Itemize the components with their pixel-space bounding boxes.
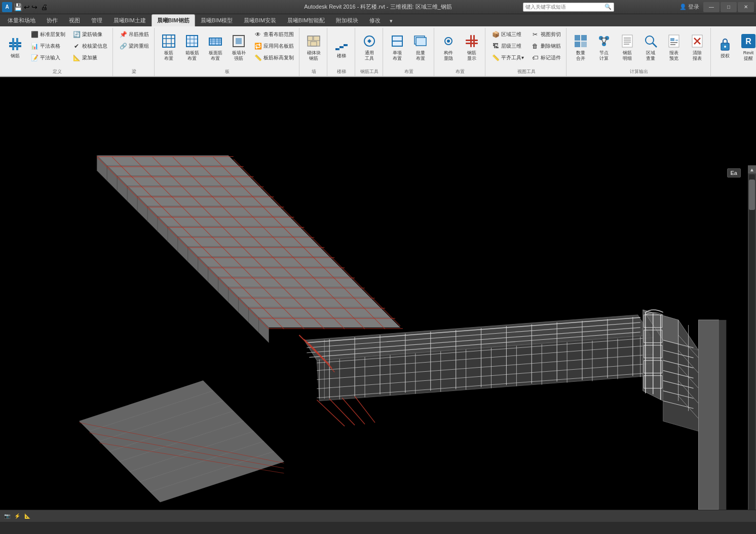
btn-jiedian[interactable]: 节点计算 [593, 29, 615, 65]
btn-quyuchaxun[interactable]: 区域查量 [639, 29, 662, 65]
svg-text:R: R [745, 37, 751, 46]
liangzhong-label: 梁跨重组 [129, 43, 149, 50]
ribbon-group-ban: 板筋布置 箱板筋布置 板面筋布置 板墙补强筋 [156, 28, 299, 76]
tab-bim-anzhuang[interactable]: 晨曦BIM安装 [238, 14, 282, 26]
quick-print[interactable]: 🖨 [41, 3, 48, 11]
btn-banjingao[interactable]: 📏 板筋标高复制 [251, 52, 297, 63]
btn-kuban[interactable]: 箱板筋布置 [181, 29, 203, 65]
btn-chakan[interactable]: 👁 查看布筋范围 [251, 29, 297, 40]
btn-pingfa2[interactable]: 📝 平法输入 [27, 52, 68, 63]
svg-marker-91 [188, 246, 329, 257]
btn-shanchugangjin[interactable]: 🗑 删除钢筋 [528, 41, 564, 52]
btn-shouquan[interactable]: 授权 [714, 29, 736, 65]
btn-yingyong[interactable]: 🔁 应用同名板筋 [251, 41, 297, 52]
btn-tongyong[interactable]: 通用工具 [358, 29, 381, 65]
btn-liangfujing[interactable]: 🔄 梁筋镜像 [69, 29, 110, 40]
maximize-button[interactable]: □ [721, 2, 737, 12]
title-bar: A 💾 ↩ ↪ 🖨 Autodesk Revit 2016 - 科艺楼.rvt … [0, 0, 756, 14]
svg-point-58 [646, 36, 654, 44]
svg-marker-99 [229, 287, 370, 297]
ribbon-group-revit: 授权 R Revit提醒 📄 PDF帮助 ℹ 版本查询 ▶ [712, 28, 756, 76]
btn-pingji[interactable]: 📏 平齐工具▾ [488, 52, 527, 63]
btn-qingchu[interactable]: 清除报表 [686, 29, 708, 65]
btn-goujian[interactable]: 构件显隐 [437, 29, 460, 65]
btn-gangjianzhi[interactable]: 钢筋显示 [461, 29, 483, 65]
viewport[interactable]: Ea ▲ ▼ [0, 77, 756, 510]
status-ruler-icon[interactable]: 📐 [24, 513, 30, 519]
gangjianzhi-label: 钢筋显示 [467, 50, 476, 61]
btn-gangfinming[interactable]: 钢筋明细 [616, 29, 638, 65]
svg-marker-73 [97, 156, 238, 166]
tab-shitu[interactable]: 视图 [63, 14, 86, 26]
liangfujing-icon: 🔄 [72, 30, 81, 39]
svg-rect-43 [575, 35, 580, 41]
btn-danjin[interactable]: 单项布置 [386, 29, 408, 65]
btn-banqiang[interactable]: 板墙补强筋 [228, 29, 250, 65]
btn-qiangjin[interactable]: 砌体块钢筋 [303, 29, 325, 65]
btn-banmianjin[interactable]: 板面筋布置 [204, 29, 226, 65]
btn-cengsan[interactable]: 🏗 层级三维 [488, 41, 527, 52]
louti-label: 楼梯 [337, 53, 346, 59]
status-camera-icon[interactable]: 📷 [4, 513, 10, 519]
svg-marker-77 [117, 176, 258, 186]
gangjin-label: 钢筋 [11, 53, 20, 59]
tab-guanli[interactable]: 管理 [86, 14, 108, 26]
btn-louti[interactable]: 楼梯 [330, 29, 353, 65]
svg-rect-199 [699, 320, 719, 510]
search-box[interactable]: 🔍 [523, 3, 614, 12]
btn-shitujian[interactable]: ✂ 视图剪切 [528, 29, 564, 40]
biaoji-icon: 🏷 [531, 54, 539, 62]
tab-bim-tujian[interactable]: 晨曦BIM土建 [108, 14, 152, 26]
svg-rect-9 [186, 35, 198, 47]
tab-bim-zhihui[interactable]: 晨曦BIM智能配 [282, 14, 331, 26]
banjin-label: 板筋布置 [164, 50, 173, 61]
liangjiayi-icon: 📐 [72, 54, 81, 62]
btn-baobiao[interactable]: 报表预览 [663, 29, 685, 65]
scroll-up-arrow[interactable]: ▲ [748, 165, 756, 173]
shuliang-label: 数量合并 [576, 50, 585, 61]
status-bolt-icon[interactable]: ⚡ [14, 513, 20, 519]
pijin-icon [412, 33, 429, 49]
pingfa-icon: 📊 [30, 42, 39, 50]
svg-rect-62 [675, 40, 678, 41]
scroll-track[interactable] [749, 174, 755, 510]
quyusan-icon: 📦 [492, 30, 500, 39]
scroll-thumb[interactable] [749, 180, 755, 210]
search-icon[interactable]: 🔍 [604, 4, 612, 10]
btn-banjin[interactable]: 板筋布置 [158, 29, 180, 65]
btn-pijin[interactable]: 批量布置 [409, 29, 432, 65]
tab-fujia[interactable]: 附加模块 [330, 14, 364, 26]
tab-bim-moxing[interactable]: 晨曦BIM模型 [195, 14, 239, 26]
svg-marker-75 [107, 166, 248, 176]
svg-rect-46 [581, 42, 587, 47]
tab-xiezuo[interactable]: 协作 [41, 14, 63, 26]
btn-jiaohe[interactable]: ✔ 校核梁信息 [69, 41, 110, 52]
tab-more[interactable]: ▾ [386, 15, 396, 26]
tab-xiugai[interactable]: 修改 [364, 14, 386, 26]
btn-biaoji[interactable]: 🏷 标记适件 [528, 52, 564, 63]
col-shitu1: 📦 区域三维 🏗 层级三维 📏 平齐工具▾ [488, 29, 527, 65]
tab-bim-gangjin[interactable]: 晨曦BIM钢筋 [152, 14, 195, 26]
btn-revit-remind[interactable]: R Revit提醒 [737, 29, 756, 65]
svg-rect-29 [335, 48, 337, 50]
btn-biaozhun[interactable]: ⬛ 标准层复制 [27, 29, 68, 40]
btn-pingfa[interactable]: 📊 平法表格 [27, 41, 68, 52]
btn-liangjiayi[interactable]: 📐 梁加腋 [69, 52, 110, 63]
search-input[interactable] [525, 4, 604, 10]
quick-save[interactable]: 💾 [14, 3, 22, 11]
tab-tianliang[interactable]: 体量和场地 [2, 14, 41, 26]
quick-redo[interactable]: ↪ [31, 3, 37, 11]
window-controls: 👤 登录 — □ ✕ [676, 2, 754, 12]
btn-gangjin[interactable]: 钢筋 [4, 29, 26, 65]
btn-liangzhong[interactable]: 🔗 梁跨重组 [116, 41, 152, 52]
btn-shuliang[interactable]: 数量合并 [570, 29, 592, 65]
btn-quyusan[interactable]: 📦 区域三维 [488, 29, 527, 40]
minimize-button[interactable]: — [703, 2, 720, 12]
close-button[interactable]: ✕ [738, 2, 754, 12]
shanchugangjin-label: 删除钢筋 [541, 43, 561, 50]
user-icon[interactable]: 👤 登录 [676, 3, 702, 11]
quick-undo[interactable]: ↩ [24, 3, 30, 11]
right-scrollbar[interactable]: ▲ ▼ [748, 165, 756, 510]
yingyong-label: 应用同名板筋 [263, 43, 294, 50]
btn-diaojin[interactable]: 📌 吊筋推筋 [116, 29, 152, 40]
